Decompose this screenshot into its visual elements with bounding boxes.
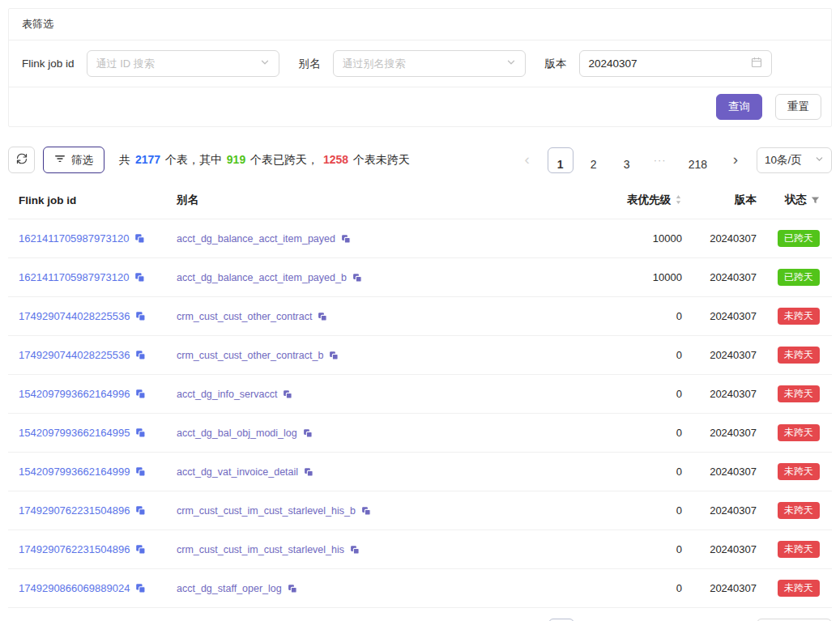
- table-row: 1749290744028225536 crm_cust_cust_other_…: [8, 297, 832, 336]
- summary-part: 个表未跨天: [350, 153, 410, 166]
- version-cell: 20240307: [689, 414, 763, 453]
- priority-cell: 0: [559, 491, 689, 530]
- job-id-link[interactable]: 1621411705987973120: [19, 232, 129, 245]
- copy-icon[interactable]: [135, 505, 146, 516]
- copy-icon[interactable]: [283, 389, 292, 399]
- chevron-down-icon: [815, 154, 824, 166]
- alias-placeholder: 通过别名搜索: [343, 57, 500, 71]
- alias-link[interactable]: acct_dg_bal_obj_modi_log: [177, 427, 297, 439]
- table-row: 1542097993662164999 acct_dg_vat_invoice_…: [8, 453, 832, 491]
- page-button-1[interactable]: 1: [548, 147, 574, 173]
- pagination-ellipsis[interactable]: ···: [647, 147, 673, 173]
- filter-item-alias: 别名 通过别名搜索: [299, 50, 526, 77]
- job-id-link[interactable]: 1542097993662164999: [19, 466, 130, 478]
- copy-icon[interactable]: [135, 389, 146, 399]
- not-crossed-count: 1258: [323, 153, 348, 166]
- results-table: Flink job id 别名 表优先级 版本 状态 1621411705987…: [8, 181, 832, 608]
- copy-icon[interactable]: [304, 467, 313, 477]
- filter-item-flink-job-id: Flink job id 通过 ID 搜索: [22, 50, 279, 77]
- alias-link[interactable]: acct_dg_balance_acct_item_payed: [177, 233, 335, 245]
- job-id-link[interactable]: 1749290762231504896: [19, 504, 130, 517]
- copy-icon[interactable]: [361, 506, 371, 516]
- priority-cell: 0: [559, 453, 689, 491]
- status-badge: 未跨天: [778, 463, 820, 480]
- alias-link[interactable]: acct_dg_balance_acct_item_payed_b: [177, 272, 347, 283]
- status-badge: 已跨天: [778, 269, 820, 286]
- sort-icon[interactable]: [675, 195, 682, 207]
- table-body: 1621411705987973120 acct_dg_balance_acct…: [8, 219, 832, 608]
- copy-icon[interactable]: [135, 311, 146, 321]
- copy-icon[interactable]: [134, 272, 145, 283]
- copy-icon[interactable]: [329, 351, 339, 360]
- query-button[interactable]: 查询: [716, 94, 762, 120]
- copy-icon[interactable]: [135, 466, 146, 477]
- summary-text: 共 2177 个表，其中 919 个表已跨天， 1258 个表未跨天: [119, 153, 410, 168]
- priority-cell: 0: [559, 414, 689, 453]
- version-cell: 20240307: [689, 219, 763, 258]
- version-date-input[interactable]: 20240307: [579, 50, 772, 77]
- alias-link[interactable]: crm_cust_cust_other_contract_b: [177, 350, 323, 361]
- alias-link[interactable]: crm_cust_cust_other_contract: [177, 311, 312, 322]
- filter-row: Flink job id 通过 ID 搜索 别名 通过别名搜索: [9, 40, 831, 87]
- status-badge: 未跨天: [778, 502, 820, 519]
- reset-button[interactable]: 重置: [775, 94, 821, 120]
- version-cell: 20240307: [689, 297, 763, 336]
- alias-label: 别名: [299, 57, 321, 71]
- page-button-218[interactable]: 218: [680, 147, 715, 173]
- job-id-link[interactable]: 1749290866069889024: [19, 582, 130, 594]
- copy-icon[interactable]: [350, 545, 360, 555]
- filter-button[interactable]: 筛选: [43, 147, 104, 173]
- summary-part: 个表，其中: [162, 153, 225, 166]
- page-size-select[interactable]: 10条/页: [757, 147, 832, 173]
- job-id-link[interactable]: 1749290744028225536: [19, 349, 130, 361]
- alias-select[interactable]: 通过别名搜索: [333, 50, 526, 77]
- job-id-link[interactable]: 1749290744028225536: [19, 310, 130, 322]
- filter-button-label: 筛选: [71, 153, 93, 168]
- pagination-top: ‹123···218›: [514, 147, 748, 173]
- copy-icon[interactable]: [135, 427, 146, 438]
- crossed-count: 919: [227, 153, 245, 166]
- status-badge: 未跨天: [778, 541, 820, 558]
- pagination-next-icon[interactable]: ›: [723, 147, 748, 173]
- copy-icon[interactable]: [135, 583, 146, 593]
- status-header-label: 状态: [785, 194, 807, 206]
- table-row: 1749290744028225536 crm_cust_cust_other_…: [8, 336, 832, 375]
- alias-link[interactable]: crm_cust_cust_im_cust_starlevel_his: [177, 544, 344, 555]
- table-toolbar: 筛选 共 2177 个表，其中 919 个表已跨天， 1258 个表未跨天 ‹1…: [8, 147, 832, 173]
- copy-icon[interactable]: [303, 428, 313, 438]
- table-row: 1621411705987973120 acct_dg_balance_acct…: [8, 258, 832, 297]
- copy-icon[interactable]: [135, 350, 146, 360]
- alias-link[interactable]: acct_dg_staff_oper_log: [177, 583, 282, 594]
- copy-icon[interactable]: [352, 273, 362, 283]
- status-badge: 未跨天: [778, 347, 820, 364]
- pagination-prev-icon[interactable]: ‹: [514, 147, 540, 173]
- column-header-priority[interactable]: 表优先级: [559, 181, 689, 219]
- alias-link[interactable]: acct_dg_info_servacct: [177, 389, 277, 400]
- job-id-link[interactable]: 1749290762231504896: [19, 543, 130, 555]
- job-id-link[interactable]: 1621411705987973120: [19, 271, 129, 283]
- job-id-link[interactable]: 1542097993662164995: [19, 427, 130, 439]
- copy-icon[interactable]: [341, 234, 351, 244]
- version-cell: 20240307: [689, 375, 763, 414]
- flink-job-id-select[interactable]: 通过 ID 搜索: [87, 50, 279, 77]
- total-count: 2177: [135, 153, 160, 166]
- page-button-3[interactable]: 3: [614, 147, 640, 173]
- column-header-status: 状态: [763, 181, 832, 219]
- funnel-icon[interactable]: [811, 195, 820, 207]
- refresh-button[interactable]: [8, 147, 35, 173]
- priority-cell: 0: [559, 297, 689, 336]
- version-cell: 20240307: [689, 569, 763, 608]
- copy-icon[interactable]: [134, 233, 145, 244]
- copy-icon[interactable]: [135, 544, 146, 555]
- page-size-label: 10条/页: [765, 153, 802, 168]
- page-button-2[interactable]: 2: [581, 147, 607, 173]
- copy-icon[interactable]: [318, 312, 327, 321]
- filter-item-version: 版本 20240307: [545, 50, 772, 77]
- version-cell: 20240307: [689, 491, 763, 530]
- alias-link[interactable]: crm_cust_cust_im_cust_starlevel_his_b: [177, 505, 356, 517]
- filter-panel-title: 表筛选: [9, 9, 831, 40]
- job-id-link[interactable]: 1542097993662164996: [19, 388, 130, 400]
- alias-link[interactable]: acct_dg_vat_invoice_detail: [177, 466, 298, 478]
- copy-icon[interactable]: [288, 584, 297, 593]
- priority-cell: 10000: [559, 219, 689, 258]
